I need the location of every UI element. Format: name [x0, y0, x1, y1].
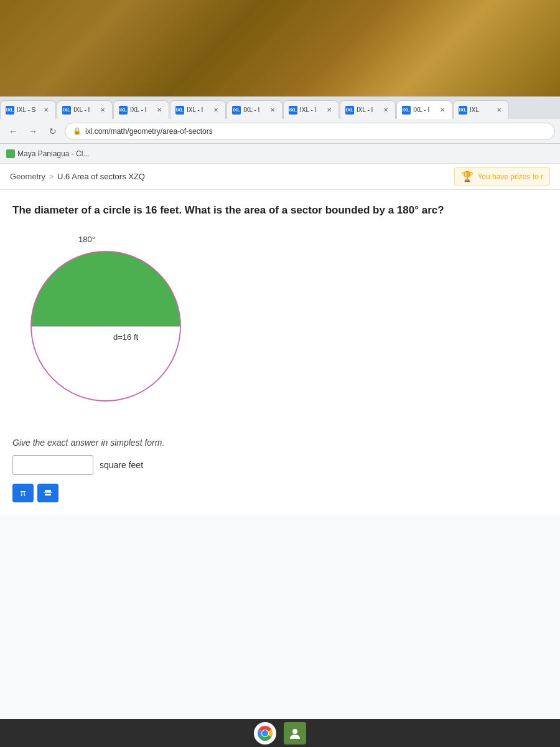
forward-button[interactable]: → [25, 123, 41, 139]
tab-7[interactable]: IXL IXL - I ✕ [340, 100, 396, 119]
tab-label-6: IXL - I [300, 106, 316, 113]
fraction-button[interactable] [37, 484, 58, 502]
tab-close-8[interactable]: ✕ [438, 106, 447, 115]
lock-icon: 🔒 [73, 127, 82, 135]
tab-icon-8: IXL [402, 106, 411, 115]
pi-symbol: π [20, 488, 26, 498]
tab-label-4: IXL - I [187, 106, 203, 113]
chrome-taskbar-icon[interactable] [254, 722, 276, 745]
chrome-svg-icon [254, 722, 276, 745]
taskbar [0, 719, 560, 747]
tab-label-3: IXL - I [130, 106, 146, 113]
fraction-icon [44, 490, 52, 496]
tab-icon-5: IXL [232, 106, 241, 115]
tab-8[interactable]: IXL IXL - I ✕ [396, 100, 452, 119]
tab-label-2: IXL - I [73, 106, 90, 113]
tab-2[interactable]: IXL IXL - I ✕ [57, 100, 113, 119]
tab-close-9[interactable]: ✕ [495, 106, 503, 115]
diameter-label: d=16 ft [113, 332, 138, 342]
svg-point-5 [292, 729, 297, 734]
tab-icon-3: IXL [119, 106, 128, 115]
tab-label-5: IXL - I [243, 106, 259, 113]
question-area: The diameter of a circle is 16 feet. Wha… [0, 190, 560, 438]
pi-button[interactable]: π [12, 484, 34, 502]
tab-3[interactable]: IXL IXL - I ✕ [113, 100, 169, 119]
tab-6[interactable]: IXL IXL - I ✕ [283, 100, 339, 119]
tab-close-5[interactable]: ✕ [268, 106, 277, 115]
tab-label-1: IXL - S [17, 106, 35, 113]
tab-icon-2: IXL [62, 106, 71, 115]
tab-close-1[interactable]: ✕ [42, 106, 50, 115]
tab-bar: IXL IXL - S ✕ IXL IXL - I ✕ IXL IXL - I … [0, 96, 560, 119]
bookmarks-bar: Maya Paniagua - Cl... [0, 144, 560, 164]
breadcrumb-separator: > [49, 172, 54, 181]
tab-icon-4: IXL [175, 106, 184, 115]
address-bar-row: ← → ↻ 🔒 ixl.com/math/geometry/area-of-se… [0, 119, 560, 144]
ixl-page: Geometry > U.6 Area of sectors XZQ 🏆 You… [0, 164, 560, 719]
bookmark-doc-icon [6, 149, 15, 158]
circle-diagram: 180° d=16 ft [19, 230, 218, 416]
wood-texture-bar [0, 0, 560, 96]
tab-close-7[interactable]: ✕ [381, 106, 390, 115]
trophy-icon: 🏆 [461, 171, 474, 182]
reload-button[interactable]: ↻ [45, 123, 61, 139]
tab-icon-9: IXL [459, 106, 467, 115]
answer-input[interactable] [12, 455, 93, 475]
tab-label-7: IXL - I [357, 106, 373, 113]
answer-row: square feet [12, 455, 548, 475]
breadcrumb-current: U.6 Area of sectors XZQ [57, 172, 145, 181]
question-text: The diameter of a circle is 16 feet. Wha… [12, 202, 548, 218]
tab-9[interactable]: IXL IXL ✕ [453, 100, 509, 119]
ixl-nav: Geometry > U.6 Area of sectors XZQ 🏆 You… [0, 164, 560, 190]
tab-4[interactable]: IXL IXL - I ✕ [170, 100, 226, 119]
tab-label-9: IXL [470, 106, 479, 113]
tab-close-2[interactable]: ✕ [98, 106, 107, 115]
svg-point-4 [262, 730, 268, 736]
person-svg-icon [288, 726, 302, 740]
answer-section: Give the exact answer in simplest form. … [0, 438, 560, 515]
browser-frame: IXL IXL - S ✕ IXL IXL - I ✕ IXL IXL - I … [0, 96, 560, 719]
prizes-badge[interactable]: 🏆 You have prizes to r [454, 167, 550, 186]
tab-icon-1: IXL [6, 106, 14, 115]
tab-5[interactable]: IXL IXL - I ✕ [226, 100, 282, 119]
tab-close-6[interactable]: ✕ [325, 106, 334, 115]
breadcrumb-parent[interactable]: Geometry [10, 172, 45, 181]
prizes-text: You have prizes to r [477, 172, 543, 181]
back-button[interactable]: ← [5, 123, 21, 139]
bookmark-item-1[interactable]: Maya Paniagua - Cl... [6, 149, 89, 158]
unit-label: square feet [100, 460, 143, 470]
bookmark-label-1: Maya Paniagua - Cl... [17, 149, 89, 158]
circle-svg [19, 230, 205, 410]
address-input[interactable]: 🔒 ixl.com/math/geometry/area-of-sectors [65, 123, 555, 140]
tab-close-4[interactable]: ✕ [212, 106, 220, 115]
symbol-buttons: π [12, 484, 548, 502]
tab-1[interactable]: IXL IXL - S ✕ [0, 100, 56, 119]
person-taskbar-icon[interactable] [284, 722, 306, 745]
content-area: Geometry > U.6 Area of sectors XZQ 🏆 You… [0, 164, 560, 719]
tab-close-3[interactable]: ✕ [155, 106, 164, 115]
breadcrumb: Geometry > U.6 Area of sectors XZQ [10, 172, 145, 181]
tab-icon-7: IXL [345, 106, 354, 115]
tab-label-8: IXL - I [413, 106, 429, 113]
address-text: ixl.com/math/geometry/area-of-sectors [85, 127, 213, 136]
tab-icon-6: IXL [289, 106, 297, 115]
instruction-text: Give the exact answer in simplest form. [12, 438, 548, 448]
